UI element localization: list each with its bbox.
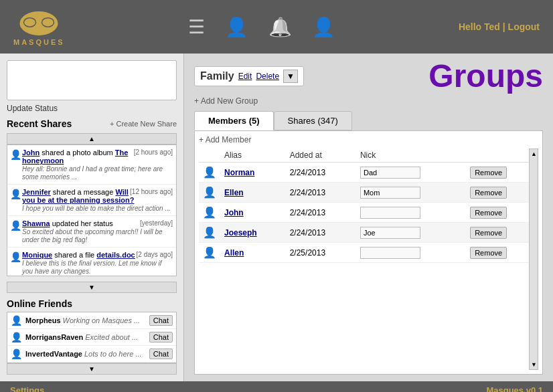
share-user-name[interactable]: Shawna	[22, 219, 50, 227]
member-nick-cell	[356, 243, 466, 263]
member-icon-cell: 👤	[199, 223, 220, 243]
member-nick-input[interactable]	[360, 207, 420, 219]
share-desc: Hey all: Bonnie and I had a great time; …	[22, 165, 163, 181]
member-added-cell: 2/24/2013	[286, 163, 356, 183]
member-remove-cell: Remove	[466, 243, 538, 263]
profile-icon[interactable]: 👤	[225, 16, 248, 38]
share-user-icon: 👤	[10, 149, 21, 160]
table-row: 👤 Ellen 2/24/2013 Remove	[199, 183, 538, 203]
member-remove-button[interactable]: Remove	[470, 187, 507, 199]
col-icon	[199, 149, 220, 163]
chat-button[interactable]: Chat	[149, 349, 173, 359]
member-remove-button[interactable]: Remove	[470, 227, 507, 239]
logout-link[interactable]: Logout	[508, 21, 540, 32]
settings-link[interactable]: Settings	[10, 385, 44, 393]
member-nick-cell	[356, 183, 466, 203]
notifications-icon[interactable]: 🔔	[268, 16, 292, 38]
member-nick-cell	[356, 223, 466, 243]
member-nick-input[interactable]	[360, 227, 420, 239]
menu-icon[interactable]: ☰	[188, 16, 205, 38]
member-remove-button[interactable]: Remove	[470, 207, 507, 219]
create-new-share-link[interactable]: + Create New Share	[110, 120, 177, 128]
member-icon-cell: 👤	[199, 163, 220, 183]
masques-logo	[19, 8, 59, 38]
share-desc: I hope you will be able to make the dire…	[22, 205, 171, 212]
main-content: Update Status Recent Shares + Create New…	[0, 54, 553, 381]
members-scroll-up[interactable]: ▲	[530, 149, 538, 159]
svg-point-3	[25, 18, 36, 26]
member-alias-link[interactable]: John	[224, 208, 244, 217]
share-action: shared a file	[54, 251, 96, 259]
member-alias-link[interactable]: Joeseph	[224, 228, 257, 237]
status-input-box[interactable]	[7, 60, 177, 100]
member-alias-link[interactable]: Allen	[224, 248, 244, 258]
share-title[interactable]: details.doc	[96, 251, 135, 259]
share-time: [2 days ago]	[137, 251, 173, 258]
member-alias-cell: Allen	[220, 243, 286, 263]
user-silhouette-icon[interactable]: 👤	[312, 16, 335, 38]
share-item: 👤 [2 hours ago] John shared a photo albu…	[7, 145, 176, 185]
share-user-name[interactable]: John	[22, 149, 40, 157]
friend-user-icon: 👤	[11, 349, 22, 359]
friend-name[interactable]: MorrigansRaven	[25, 333, 83, 341]
share-item: 👤 [yesterday] Shawna updated her status …	[7, 216, 176, 248]
member-remove-cell: Remove	[466, 203, 538, 223]
online-friends-section: Online Friends 👤 Morpheus Working on Mas…	[7, 298, 177, 375]
member-icon-cell: 👤	[199, 203, 220, 223]
group-header: Family Edit Delete ▼ Groups	[194, 60, 543, 92]
shares-scroll-down[interactable]: ▼	[7, 282, 177, 293]
member-nick-input[interactable]	[360, 167, 420, 179]
member-remove-cell: Remove	[466, 183, 538, 203]
share-desc: So excited about the upcoming march!! I …	[22, 228, 163, 243]
members-scroll-down[interactable]: ▼	[530, 360, 538, 369]
member-user-icon: 👤	[203, 207, 216, 218]
member-alias-link[interactable]: Norman	[224, 168, 254, 177]
col-alias: Alias	[220, 149, 286, 163]
member-alias-cell: Joeseph	[220, 223, 286, 243]
member-nick-cell	[356, 203, 466, 223]
share-action: updated her status	[52, 219, 113, 227]
member-remove-button[interactable]: Remove	[470, 247, 507, 259]
members-table: Alias Added at Nick 👤 Norman 2/24/2013 R…	[199, 149, 538, 263]
members-tbody: 👤 Norman 2/24/2013 Remove👤 Ellen 2/24/20…	[199, 163, 538, 263]
member-user-icon: 👤	[203, 247, 216, 258]
friends-scroll-down[interactable]: ▼	[7, 363, 177, 375]
share-desc: I believe this is the final version. Let…	[22, 260, 161, 275]
chat-button[interactable]: Chat	[149, 332, 173, 342]
update-status-link[interactable]: Update Status	[7, 104, 177, 113]
group-edit-link[interactable]: Edit	[238, 72, 252, 81]
friend-name[interactable]: Morpheus	[25, 316, 61, 324]
share-action: shared a message	[53, 188, 116, 196]
friend-status: Working on Masques ...	[63, 316, 147, 324]
greeting-text: Hello Ted	[459, 21, 500, 32]
member-user-icon: 👤	[203, 227, 216, 238]
online-friends-title: Online Friends	[7, 298, 177, 309]
share-user-icon: 👤	[10, 220, 21, 231]
left-panel: Update Status Recent Shares + Create New…	[0, 54, 184, 381]
member-alias-link[interactable]: Ellen	[224, 188, 244, 197]
friend-name[interactable]: InvertedVantage	[25, 350, 82, 358]
share-user-name[interactable]: Jennifer	[22, 188, 51, 196]
share-user-name[interactable]: Monique	[22, 251, 52, 259]
right-panel: Family Edit Delete ▼ Groups + Add New Gr…	[184, 54, 553, 381]
recent-shares-list: 👤 [2 hours ago] John shared a photo albu…	[7, 144, 177, 276]
chat-button[interactable]: Chat	[149, 315, 173, 326]
share-user-icon: 👤	[10, 252, 21, 262]
member-alias-cell: Ellen	[220, 183, 286, 203]
group-dropdown-button[interactable]: ▼	[283, 70, 298, 83]
friend-item: 👤 Morpheus Working on Masques ... Chat	[7, 312, 176, 329]
tab-shares[interactable]: Shares (347)	[274, 111, 352, 130]
member-nick-input[interactable]	[360, 247, 420, 259]
member-remove-button[interactable]: Remove	[470, 167, 507, 179]
shares-scroll-up[interactable]: ▲	[7, 133, 177, 144]
members-panel: + Add Member Alias Added at Nick	[194, 130, 543, 375]
member-remove-cell: Remove	[466, 163, 538, 183]
add-new-group-link[interactable]: + Add New Group	[194, 96, 543, 106]
separator: |	[503, 21, 508, 32]
groups-page-title: Groups	[428, 60, 543, 92]
add-member-link[interactable]: + Add Member	[199, 135, 538, 144]
logo-text: MASQUES	[13, 38, 65, 46]
tab-members[interactable]: Members (5)	[194, 111, 274, 130]
group-delete-link[interactable]: Delete	[256, 72, 279, 81]
member-nick-input[interactable]	[360, 187, 420, 199]
